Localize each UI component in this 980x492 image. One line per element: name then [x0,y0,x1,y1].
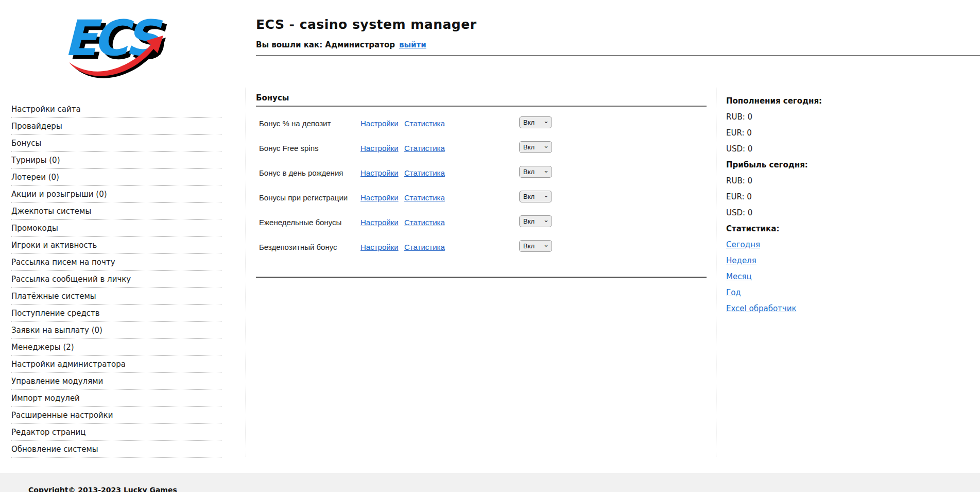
bonus-label: Бонус Free spins [259,144,319,152]
bonus-label: Еженедельные бонусы [259,218,341,227]
deposits-today-heading: Пополнения сегодня: [726,96,881,112]
bonus-state-select[interactable]: Вкл [519,116,552,128]
sidebar-item-managers[interactable]: Менеджеры (2) [11,339,221,356]
profit-today-heading: Прибыль сегодня: [726,160,881,176]
login-status-text: Вы вошли как: Администратор [256,40,395,49]
deposits-usd: USD: 0 [726,144,881,160]
settings-link[interactable]: Настройки [360,144,399,152]
settings-link[interactable]: Настройки [360,168,399,177]
stats-link-today[interactable]: Сегодня [726,240,760,249]
bonus-state-select[interactable]: Вкл [519,191,552,202]
profit-eur: EUR: 0 [726,192,881,208]
footer: Copyright© 2013-2023 Lucky Games [0,473,980,492]
logout-link[interactable]: выйти [399,40,426,49]
settings-link[interactable]: Настройки [360,218,399,227]
statistics-heading: Статистика: [726,224,881,240]
bonus-state-select[interactable]: Вкл [519,141,552,153]
stats-panel: Пополнения сегодня: RUB: 0 EUR: 0 USD: 0… [726,96,881,320]
stats-link-year[interactable]: Год [726,288,741,297]
bonus-label: Бонус % на депозит [259,119,331,128]
sidebar-item-providers[interactable]: Провайдеры [11,118,221,135]
bonus-label: Бездепозитный бонус [259,243,337,251]
bonus-state-select[interactable]: Вкл [519,240,552,252]
sidebar-nav: Настройки сайта Провайдеры Бонусы Турнир… [11,101,221,458]
profit-rub: RUB: 0 [726,176,881,192]
statistics-link[interactable]: Статистика [404,243,445,251]
statistics-link[interactable]: Статистика [404,144,445,152]
bonuses-divider-top [256,106,707,107]
statistics-link[interactable]: Статистика [404,119,445,128]
sidebar-item-email-mailing[interactable]: Рассылка писем на почту [11,254,221,271]
sidebar-item-bonuses[interactable]: Бонусы [11,135,221,152]
sidebar-item-system-update[interactable]: Обновление системы [11,441,221,458]
header-divider [256,55,980,56]
deposits-eur: EUR: 0 [726,128,881,144]
sidebar-item-admin-settings[interactable]: Настройки администратора [11,356,221,373]
login-status: Вы вошли как: Администраторвыйти [256,40,426,49]
bonus-row-registration: Бонусы при регистрации Настройки Статист… [256,192,707,204]
statistics-link[interactable]: Статистика [404,193,445,202]
bonuses-heading: Бонусы [256,93,289,103]
sidebar-item-advanced-settings[interactable]: Расширенные настройки [11,407,221,424]
settings-link[interactable]: Настройки [360,193,399,202]
sidebar-item-site-settings[interactable]: Настройки сайта [11,101,221,118]
settings-link[interactable]: Настройки [360,119,399,128]
sidebar-item-lotteries[interactable]: Лотереи (0) [11,169,221,186]
bonus-row-weekly: Еженедельные бонусы Настройки Статистика… [256,216,707,229]
bonus-row-deposit-percent: Бонус % на депозит Настройки Статистика … [256,117,707,130]
sidebar-item-promotions[interactable]: Акции и розыгрыши (0) [11,186,221,203]
statistics-link[interactable]: Статистика [404,168,445,177]
sidebar-item-payment-systems[interactable]: Платёжные системы [11,288,221,305]
sidebar-item-module-import[interactable]: Импорт модулей [11,390,221,407]
profit-usd: USD: 0 [726,208,881,224]
stats-link-excel[interactable]: Excel обработчик [726,304,796,313]
bonus-label: Бонус в день рождения [259,168,343,177]
right-column-separator [716,88,716,456]
statistics-link[interactable]: Статистика [404,218,445,227]
settings-link[interactable]: Настройки [360,243,399,251]
bonus-state-select[interactable]: Вкл [519,215,552,227]
page-title: ECS - casino system manager [256,17,476,32]
bonus-row-free-spins: Бонус Free spins Настройки Статистика Вк… [256,142,707,155]
bonus-row-no-deposit: Бездепозитный бонус Настройки Статистика… [256,241,707,253]
sidebar-item-incoming-funds[interactable]: Поступление средств [11,305,221,322]
sidebar-item-pm-mailing[interactable]: Рассылка сообщений в личку [11,271,221,288]
bonus-label: Бонусы при регистрации [259,193,348,202]
deposits-rub: RUB: 0 [726,112,881,128]
bonus-state-select[interactable]: Вкл [519,166,552,178]
bonus-row-birthday: Бонус в день рождения Настройки Статисти… [256,167,707,179]
copyright-text: Copyright© 2013-2023 Lucky Games [28,486,177,492]
sidebar-item-page-editor[interactable]: Редактор страниц [11,424,221,441]
stats-link-month[interactable]: Месяц [726,272,752,281]
sidebar-item-jackpots[interactable]: Джекпоты системы [11,203,221,220]
sidebar-item-promocodes[interactable]: Промокоды [11,220,221,237]
sidebar-item-payout-requests[interactable]: Заявки на выплату (0) [11,322,221,339]
stats-link-week[interactable]: Неделя [726,256,757,265]
sidebar-item-tournaments[interactable]: Турниры (0) [11,152,221,169]
bonuses-divider-bottom [256,277,707,278]
ecs-logo[interactable]: ECS ECS [61,6,173,79]
page: ECS ECS ECS - casino system manager Вы в… [0,0,980,492]
sidebar-item-players[interactable]: Игроки и активность [11,237,221,254]
left-column-separator [246,88,246,456]
sidebar-item-module-management[interactable]: Управление модулями [11,373,221,390]
